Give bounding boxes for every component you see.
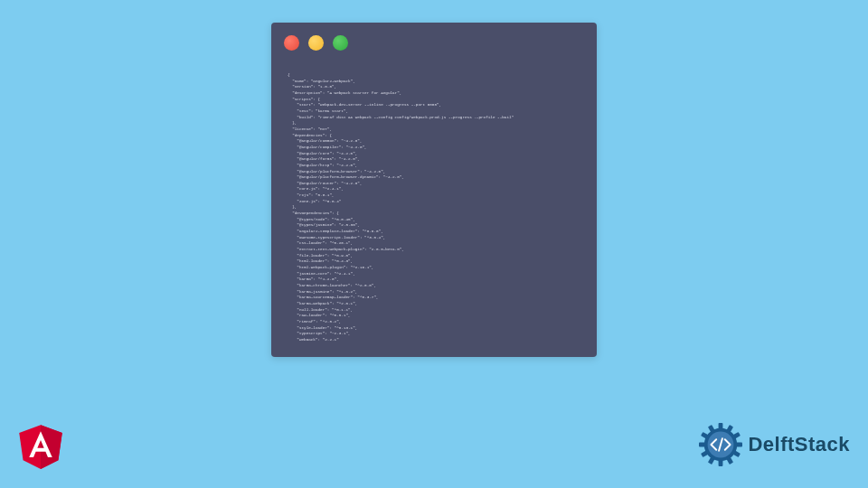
- svg-rect-5: [737, 443, 743, 447]
- code-content: { "name": "angular2-webpack", "version":…: [288, 72, 580, 341]
- close-icon[interactable]: [284, 35, 299, 51]
- delftstack-gear-icon: [699, 423, 742, 466]
- delftstack-brand-text: DelftStack: [748, 433, 850, 456]
- minimize-icon[interactable]: [308, 35, 324, 51]
- window-controls: [284, 35, 348, 51]
- delftstack-logo: DelftStack: [699, 423, 850, 466]
- zoom-icon[interactable]: [333, 35, 348, 51]
- angular-logo-icon: [16, 419, 65, 472]
- svg-rect-11: [699, 443, 705, 447]
- svg-rect-2: [719, 423, 723, 429]
- code-window: { "name": "angular2-webpack", "version":…: [271, 23, 597, 357]
- svg-rect-8: [719, 460, 723, 466]
